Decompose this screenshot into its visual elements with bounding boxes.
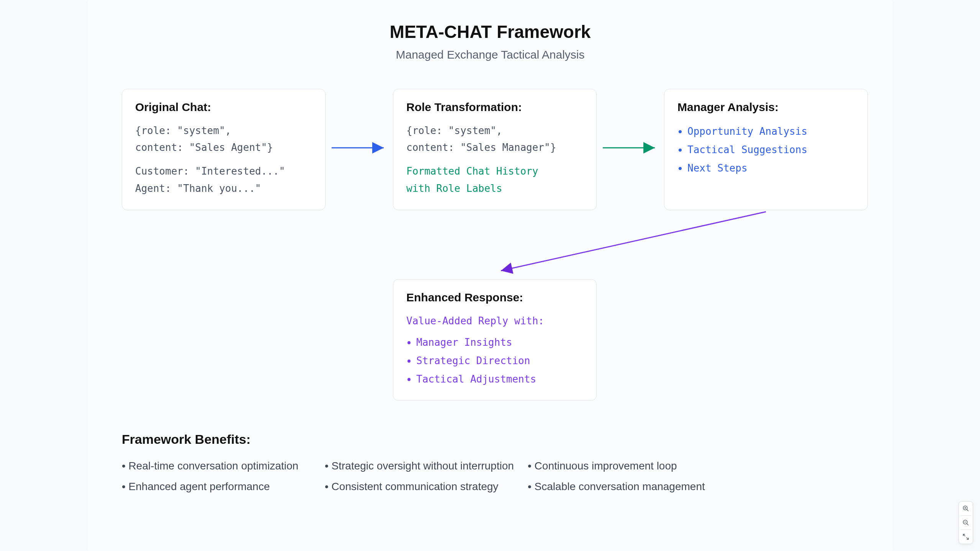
code-line: {role: "system",: [406, 122, 583, 139]
fit-screen-button[interactable]: [959, 530, 973, 544]
intro-line: Value-Added Reply with:: [406, 312, 583, 329]
page-subtitle: Managed Exchange Tactical Analysis: [88, 48, 892, 61]
svg-line-10: [963, 534, 965, 536]
svg-line-11: [967, 538, 969, 540]
zoom-in-button[interactable]: [959, 502, 973, 515]
card-enhanced-response: Enhanced Response: Value-Added Reply wit…: [393, 279, 597, 401]
svg-line-8: [967, 523, 969, 525]
zoom-controls: [959, 501, 973, 544]
list-item: Tactical Suggestions: [687, 141, 854, 159]
list-item: Opportunity Analysis: [687, 122, 854, 141]
zoom-in-icon: [962, 505, 969, 512]
card-role-transformation: Role Transformation: {role: "system", co…: [393, 89, 597, 210]
svg-line-4: [967, 509, 969, 511]
arrow-manager-to-enhanced: [494, 210, 770, 275]
arrow-original-to-transform: [332, 140, 389, 155]
list-item: Manager Insights: [416, 333, 583, 352]
benefit-item: • Strategic oversight without interrupti…: [325, 460, 528, 472]
code-line: {role: "system",: [135, 122, 312, 139]
benefits-heading: Framework Benefits:: [122, 432, 868, 447]
card-heading: Role Transformation:: [406, 101, 583, 114]
card-heading: Manager Analysis:: [677, 101, 854, 114]
benefits-section: Framework Benefits: • Real-time conversa…: [122, 432, 868, 493]
page-title: META-CHAT Framework: [88, 0, 892, 42]
benefit-item: • Consistent communication strategy: [325, 481, 528, 493]
list-item: Tactical Adjustments: [416, 370, 583, 388]
code-line: Formatted Chat History: [406, 163, 583, 180]
list-item: Next Steps: [687, 159, 854, 177]
manager-analysis-list: Opportunity Analysis Tactical Suggestion…: [677, 122, 854, 177]
code-line: content: "Sales Manager"}: [406, 139, 583, 156]
code-line: Customer: "Interested...": [135, 163, 312, 180]
enhanced-response-list: Manager Insights Strategic Direction Tac…: [406, 333, 583, 388]
svg-line-2: [501, 212, 766, 271]
zoom-out-button[interactable]: [959, 516, 973, 530]
benefit-item: • Enhanced agent performance: [122, 481, 325, 493]
card-original-chat: Original Chat: {role: "system", content:…: [122, 89, 326, 210]
code-line: with Role Labels: [406, 180, 583, 197]
zoom-out-icon: [962, 519, 969, 526]
benefit-item: • Scalable conversation management: [528, 481, 731, 493]
card-heading: Original Chat:: [135, 101, 312, 114]
list-item: Strategic Direction: [416, 352, 583, 370]
card-heading: Enhanced Response:: [406, 291, 583, 304]
arrow-transform-to-manager: [603, 140, 660, 155]
fit-screen-icon: [962, 533, 969, 540]
card-manager-analysis: Manager Analysis: Opportunity Analysis T…: [664, 89, 868, 210]
benefit-item: • Continuous improvement loop: [528, 460, 731, 472]
benefit-item: • Real-time conversation optimization: [122, 460, 325, 472]
code-line: Agent: "Thank you...": [135, 180, 312, 197]
code-line: content: "Sales Agent"}: [135, 139, 312, 156]
